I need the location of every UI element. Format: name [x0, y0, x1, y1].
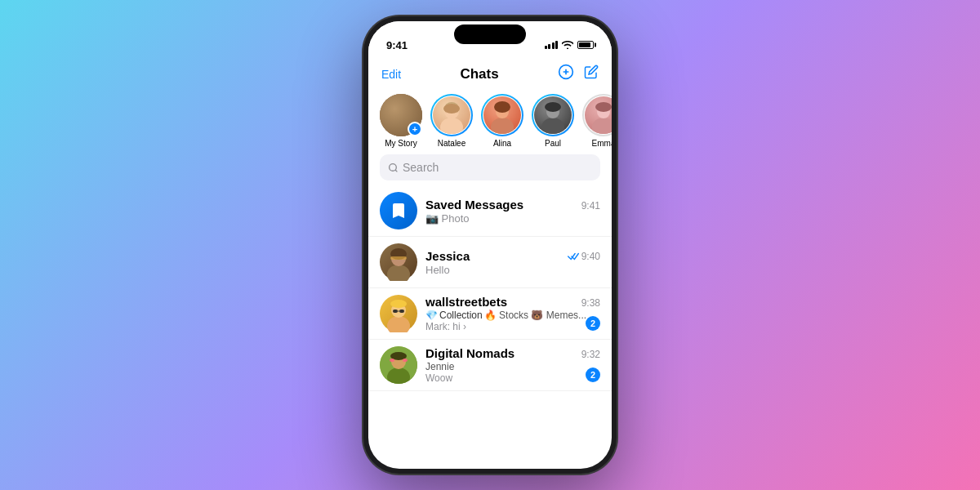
svg-point-19	[387, 265, 410, 281]
read-check-icon	[568, 252, 579, 261]
chat-header-saved-messages: Saved Messages 9:41	[425, 198, 600, 212]
chat-name-digital-nomads: Digital Nomads	[425, 346, 514, 360]
battery-icon	[577, 41, 594, 49]
svg-point-16	[595, 102, 612, 112]
signal-bars-icon	[545, 41, 559, 49]
svg-point-10	[494, 101, 510, 113]
chat-name-jessica: Jessica	[425, 249, 470, 263]
chat-list: Saved Messages 9:41 📷 Photo	[368, 185, 612, 469]
chat-preview-nomads-line1: Jennie	[425, 361, 600, 372]
chat-item-saved-messages[interactable]: Saved Messages 9:41 📷 Photo	[368, 185, 612, 237]
status-time: 9:41	[386, 39, 408, 51]
jessica-avatar	[380, 243, 417, 281]
chat-time-saved-messages: 9:41	[581, 200, 600, 212]
dynamic-island	[454, 24, 526, 44]
svg-point-14	[592, 118, 612, 134]
chat-header-jessica: Jessica 9:40	[425, 249, 600, 263]
chat-name-wallstreetbets: wallstreetbets	[425, 295, 507, 309]
chat-time-wallstreetbets: 9:38	[581, 297, 600, 309]
story-item-my-story[interactable]: + My Story	[380, 94, 422, 148]
chat-item-digital-nomads[interactable]: Digital Nomads 9:32 Jennie Woow 2	[368, 340, 612, 391]
svg-line-18	[395, 170, 397, 172]
compose-icon[interactable]	[584, 65, 599, 83]
phone-frame: 9:41 Edi	[363, 16, 617, 474]
svg-point-34	[403, 359, 408, 362]
chat-header-wallstreetbets: wallstreetbets 9:38	[425, 295, 600, 309]
chat-preview-nomads-line2: Woow	[425, 372, 600, 384]
story-name-my-story: My Story	[385, 139, 416, 148]
chat-preview-wsb-line1: 💎 Collection 🔥 Stocks 🐻 Memes...	[425, 310, 600, 321]
edit-button[interactable]: Edit	[381, 68, 401, 81]
badge-wallstreetbets: 2	[586, 316, 600, 331]
chat-item-wallstreetbets[interactable]: wallstreetbets 9:38 💎 Collection 🔥 Stock…	[368, 288, 612, 340]
nomads-avatar	[380, 346, 417, 384]
chat-time-digital-nomads: 9:32	[581, 349, 600, 360]
chat-name-saved-messages: Saved Messages	[425, 198, 523, 212]
story-item-alina[interactable]: Alina	[481, 94, 523, 148]
chat-content-saved-messages: Saved Messages 9:41 📷 Photo	[425, 198, 600, 225]
search-icon	[388, 163, 399, 173]
stories-row: + My Story	[368, 91, 612, 154]
story-item-natalee[interactable]: Natalee	[430, 94, 473, 148]
chat-time-jessica: 9:40	[581, 251, 600, 262]
chat-header-digital-nomads: Digital Nomads 9:32	[425, 346, 600, 360]
svg-point-17	[390, 163, 397, 171]
story-name-emma: Emma	[592, 139, 612, 148]
search-bar[interactable]: Search	[380, 154, 600, 180]
story-item-paul[interactable]: Paul	[532, 94, 574, 148]
svg-rect-22	[390, 256, 407, 260]
story-name-paul: Paul	[545, 139, 561, 148]
svg-point-8	[491, 118, 514, 134]
chat-content-wallstreetbets: wallstreetbets 9:38 💎 Collection 🔥 Stock…	[425, 295, 600, 332]
svg-rect-26	[393, 310, 398, 313]
nav-actions	[558, 64, 599, 84]
svg-rect-27	[399, 310, 404, 313]
chat-preview-saved-messages: 📷 Photo	[425, 212, 600, 225]
svg-point-33	[390, 359, 394, 362]
search-placeholder: Search	[403, 161, 439, 174]
svg-point-25	[390, 300, 407, 308]
new-group-icon[interactable]	[558, 64, 574, 84]
svg-point-7	[443, 104, 460, 114]
wsb-avatar	[380, 295, 417, 332]
phone-wrapper: 9:41 Edi	[363, 16, 617, 474]
chat-content-digital-nomads: Digital Nomads 9:32 Jennie Woow	[425, 346, 600, 384]
saved-messages-avatar	[380, 192, 417, 229]
chat-content-jessica: Jessica 9:40 Hello	[425, 249, 600, 276]
story-name-alina: Alina	[493, 139, 511, 148]
phone-screen: 9:41 Edi	[368, 21, 612, 469]
svg-point-11	[541, 118, 564, 134]
story-item-emma[interactable]: Emma	[582, 94, 612, 148]
chat-item-jessica[interactable]: Jessica 9:40 Hello	[368, 237, 612, 288]
chat-preview-jessica: Hello	[425, 264, 600, 276]
svg-point-4	[440, 118, 463, 134]
badge-digital-nomads: 2	[586, 368, 600, 382]
svg-point-13	[545, 102, 561, 112]
chat-preview-wsb-line2: Mark: hi ›	[425, 321, 600, 332]
story-name-natalee: Natalee	[438, 139, 466, 148]
nav-bar: Edit Chats	[368, 60, 612, 91]
svg-point-23	[387, 316, 410, 332]
add-story-button[interactable]: +	[408, 122, 422, 136]
status-icons	[545, 41, 595, 49]
wifi-icon	[562, 41, 573, 49]
chats-title: Chats	[460, 66, 498, 82]
